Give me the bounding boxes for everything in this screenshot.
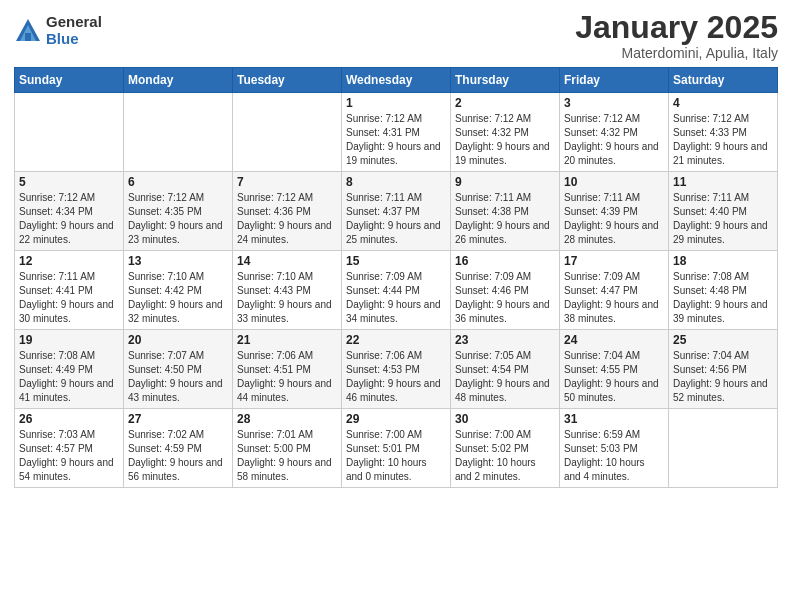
calendar-cell: 18Sunrise: 7:08 AM Sunset: 4:48 PM Dayli… — [669, 251, 778, 330]
day-number: 8 — [346, 175, 446, 189]
day-info: Sunrise: 7:01 AM Sunset: 5:00 PM Dayligh… — [237, 428, 337, 484]
calendar-cell — [669, 409, 778, 488]
day-info: Sunrise: 7:00 AM Sunset: 5:02 PM Dayligh… — [455, 428, 555, 484]
day-info: Sunrise: 7:07 AM Sunset: 4:50 PM Dayligh… — [128, 349, 228, 405]
day-number: 16 — [455, 254, 555, 268]
calendar-cell: 15Sunrise: 7:09 AM Sunset: 4:44 PM Dayli… — [342, 251, 451, 330]
calendar-cell: 30Sunrise: 7:00 AM Sunset: 5:02 PM Dayli… — [451, 409, 560, 488]
calendar-cell: 7Sunrise: 7:12 AM Sunset: 4:36 PM Daylig… — [233, 172, 342, 251]
day-number: 17 — [564, 254, 664, 268]
calendar-cell: 5Sunrise: 7:12 AM Sunset: 4:34 PM Daylig… — [15, 172, 124, 251]
calendar-cell: 22Sunrise: 7:06 AM Sunset: 4:53 PM Dayli… — [342, 330, 451, 409]
day-info: Sunrise: 7:11 AM Sunset: 4:40 PM Dayligh… — [673, 191, 773, 247]
day-number: 1 — [346, 96, 446, 110]
calendar-cell: 27Sunrise: 7:02 AM Sunset: 4:59 PM Dayli… — [124, 409, 233, 488]
day-info: Sunrise: 6:59 AM Sunset: 5:03 PM Dayligh… — [564, 428, 664, 484]
calendar-cell: 11Sunrise: 7:11 AM Sunset: 4:40 PM Dayli… — [669, 172, 778, 251]
col-friday: Friday — [560, 68, 669, 93]
calendar-cell: 3Sunrise: 7:12 AM Sunset: 4:32 PM Daylig… — [560, 93, 669, 172]
col-monday: Monday — [124, 68, 233, 93]
calendar-cell: 9Sunrise: 7:11 AM Sunset: 4:38 PM Daylig… — [451, 172, 560, 251]
day-info: Sunrise: 7:09 AM Sunset: 4:44 PM Dayligh… — [346, 270, 446, 326]
day-number: 18 — [673, 254, 773, 268]
calendar-cell — [233, 93, 342, 172]
logo-general: General — [46, 14, 102, 31]
calendar-cell: 24Sunrise: 7:04 AM Sunset: 4:55 PM Dayli… — [560, 330, 669, 409]
calendar-week-row-4: 19Sunrise: 7:08 AM Sunset: 4:49 PM Dayli… — [15, 330, 778, 409]
day-number: 27 — [128, 412, 228, 426]
logo: General Blue — [14, 14, 102, 47]
day-number: 30 — [455, 412, 555, 426]
calendar-cell: 10Sunrise: 7:11 AM Sunset: 4:39 PM Dayli… — [560, 172, 669, 251]
day-info: Sunrise: 7:10 AM Sunset: 4:43 PM Dayligh… — [237, 270, 337, 326]
day-info: Sunrise: 7:12 AM Sunset: 4:35 PM Dayligh… — [128, 191, 228, 247]
day-info: Sunrise: 7:03 AM Sunset: 4:57 PM Dayligh… — [19, 428, 119, 484]
day-number: 21 — [237, 333, 337, 347]
calendar-cell: 19Sunrise: 7:08 AM Sunset: 4:49 PM Dayli… — [15, 330, 124, 409]
calendar-cell: 26Sunrise: 7:03 AM Sunset: 4:57 PM Dayli… — [15, 409, 124, 488]
day-number: 4 — [673, 96, 773, 110]
calendar-cell: 6Sunrise: 7:12 AM Sunset: 4:35 PM Daylig… — [124, 172, 233, 251]
logo-blue: Blue — [46, 31, 102, 48]
day-info: Sunrise: 7:12 AM Sunset: 4:31 PM Dayligh… — [346, 112, 446, 168]
calendar-cell: 29Sunrise: 7:00 AM Sunset: 5:01 PM Dayli… — [342, 409, 451, 488]
calendar-cell: 14Sunrise: 7:10 AM Sunset: 4:43 PM Dayli… — [233, 251, 342, 330]
day-number: 11 — [673, 175, 773, 189]
day-number: 25 — [673, 333, 773, 347]
day-number: 28 — [237, 412, 337, 426]
day-info: Sunrise: 7:11 AM Sunset: 4:37 PM Dayligh… — [346, 191, 446, 247]
calendar-week-row-1: 1Sunrise: 7:12 AM Sunset: 4:31 PM Daylig… — [15, 93, 778, 172]
calendar-cell: 1Sunrise: 7:12 AM Sunset: 4:31 PM Daylig… — [342, 93, 451, 172]
day-info: Sunrise: 7:12 AM Sunset: 4:32 PM Dayligh… — [564, 112, 664, 168]
title-section: January 2025 Materdomini, Apulia, Italy — [575, 10, 778, 61]
day-info: Sunrise: 7:08 AM Sunset: 4:48 PM Dayligh… — [673, 270, 773, 326]
calendar-table: Sunday Monday Tuesday Wednesday Thursday… — [14, 67, 778, 488]
calendar-cell: 25Sunrise: 7:04 AM Sunset: 4:56 PM Dayli… — [669, 330, 778, 409]
calendar-cell: 4Sunrise: 7:12 AM Sunset: 4:33 PM Daylig… — [669, 93, 778, 172]
day-info: Sunrise: 7:11 AM Sunset: 4:39 PM Dayligh… — [564, 191, 664, 247]
day-number: 23 — [455, 333, 555, 347]
month-title: January 2025 — [575, 10, 778, 45]
calendar-cell: 13Sunrise: 7:10 AM Sunset: 4:42 PM Dayli… — [124, 251, 233, 330]
day-info: Sunrise: 7:09 AM Sunset: 4:46 PM Dayligh… — [455, 270, 555, 326]
calendar-week-row-2: 5Sunrise: 7:12 AM Sunset: 4:34 PM Daylig… — [15, 172, 778, 251]
day-info: Sunrise: 7:06 AM Sunset: 4:51 PM Dayligh… — [237, 349, 337, 405]
day-info: Sunrise: 7:11 AM Sunset: 4:41 PM Dayligh… — [19, 270, 119, 326]
calendar-cell: 23Sunrise: 7:05 AM Sunset: 4:54 PM Dayli… — [451, 330, 560, 409]
location-subtitle: Materdomini, Apulia, Italy — [575, 45, 778, 61]
calendar-cell — [124, 93, 233, 172]
calendar-cell: 2Sunrise: 7:12 AM Sunset: 4:32 PM Daylig… — [451, 93, 560, 172]
calendar-cell — [15, 93, 124, 172]
calendar-cell: 8Sunrise: 7:11 AM Sunset: 4:37 PM Daylig… — [342, 172, 451, 251]
day-number: 15 — [346, 254, 446, 268]
col-sunday: Sunday — [15, 68, 124, 93]
calendar-week-row-5: 26Sunrise: 7:03 AM Sunset: 4:57 PM Dayli… — [15, 409, 778, 488]
day-info: Sunrise: 7:12 AM Sunset: 4:34 PM Dayligh… — [19, 191, 119, 247]
day-number: 31 — [564, 412, 664, 426]
day-info: Sunrise: 7:12 AM Sunset: 4:32 PM Dayligh… — [455, 112, 555, 168]
day-number: 10 — [564, 175, 664, 189]
day-number: 29 — [346, 412, 446, 426]
svg-rect-2 — [25, 33, 31, 41]
day-number: 9 — [455, 175, 555, 189]
day-number: 13 — [128, 254, 228, 268]
calendar-cell: 17Sunrise: 7:09 AM Sunset: 4:47 PM Dayli… — [560, 251, 669, 330]
day-number: 19 — [19, 333, 119, 347]
day-number: 26 — [19, 412, 119, 426]
day-info: Sunrise: 7:00 AM Sunset: 5:01 PM Dayligh… — [346, 428, 446, 484]
day-info: Sunrise: 7:02 AM Sunset: 4:59 PM Dayligh… — [128, 428, 228, 484]
day-info: Sunrise: 7:10 AM Sunset: 4:42 PM Dayligh… — [128, 270, 228, 326]
calendar-cell: 28Sunrise: 7:01 AM Sunset: 5:00 PM Dayli… — [233, 409, 342, 488]
calendar-cell: 16Sunrise: 7:09 AM Sunset: 4:46 PM Dayli… — [451, 251, 560, 330]
calendar-week-row-3: 12Sunrise: 7:11 AM Sunset: 4:41 PM Dayli… — [15, 251, 778, 330]
logo-icon — [14, 17, 42, 45]
day-info: Sunrise: 7:12 AM Sunset: 4:33 PM Dayligh… — [673, 112, 773, 168]
calendar-cell: 21Sunrise: 7:06 AM Sunset: 4:51 PM Dayli… — [233, 330, 342, 409]
col-wednesday: Wednesday — [342, 68, 451, 93]
day-number: 6 — [128, 175, 228, 189]
logo-text: General Blue — [46, 14, 102, 47]
day-info: Sunrise: 7:06 AM Sunset: 4:53 PM Dayligh… — [346, 349, 446, 405]
calendar-cell: 12Sunrise: 7:11 AM Sunset: 4:41 PM Dayli… — [15, 251, 124, 330]
day-number: 20 — [128, 333, 228, 347]
day-number: 24 — [564, 333, 664, 347]
